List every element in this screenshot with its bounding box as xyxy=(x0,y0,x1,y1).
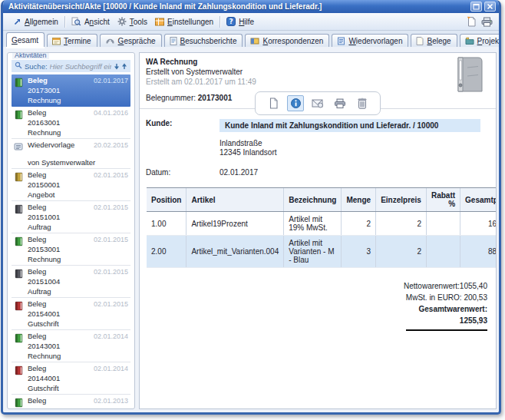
activity-item[interactable]: Wiedervorlage20.02.2015von Systemverwalt… xyxy=(12,139,130,169)
activity-date: 02.01.2014 xyxy=(94,332,128,340)
activity-list: Beleg02.01.201720173001RechnungBeleg04.0… xyxy=(12,74,130,409)
column-header[interactable]: Menge xyxy=(342,188,376,212)
activity-item[interactable]: Beleg02.01.201520153001Rechnung xyxy=(12,233,130,266)
activity-item[interactable]: Beleg02.01.201520151004Auftrag xyxy=(12,266,130,298)
customer-label: Kunde: xyxy=(144,119,219,127)
app-window: Aktivitätenübersicht/Akte [10000 / Kunde… xyxy=(1,0,501,415)
activity-item[interactable]: Beleg02.01.201520154001Gutschrift xyxy=(12,298,130,330)
activity-item[interactable]: Beleg02.01.201520151001Auftrag xyxy=(12,201,130,233)
search-input[interactable]: Hier Suchbegriff eingeben ... xyxy=(50,62,111,71)
arrow-down-button[interactable] xyxy=(114,63,120,70)
book-icon xyxy=(14,204,23,214)
menu-label: Allgemein xyxy=(25,18,58,26)
menu-allgemein[interactable]: Allgemein xyxy=(9,16,62,28)
tab-label: Projekte xyxy=(477,37,501,45)
activity-date: 02.01.2013 xyxy=(94,397,128,405)
activity-item[interactable]: Beleg02.01.201420144001Gutschrift xyxy=(12,362,130,395)
activity-item[interactable]: Beleg02.01.201420143001Rechnung xyxy=(12,330,130,362)
tab-belege[interactable]: Belege xyxy=(411,34,457,47)
search-label: Suche: xyxy=(25,62,48,71)
total-line: Nettowarenwert:1055,40 xyxy=(140,280,487,292)
note-icon xyxy=(416,37,424,45)
tab-gespräche[interactable]: Gespräche xyxy=(100,34,162,47)
close-icon xyxy=(487,3,493,10)
new-document-button[interactable] xyxy=(467,16,477,27)
activity-doc-type: Gutschrift xyxy=(28,320,128,328)
cell: 2 xyxy=(342,212,376,236)
book-icon xyxy=(14,78,23,88)
magnifier-doc-icon xyxy=(71,17,81,26)
column-header[interactable]: Rabatt % xyxy=(426,188,460,212)
restore-button[interactable] xyxy=(470,2,482,12)
activity-date: 02.01.2015 xyxy=(94,268,128,276)
menu-tools[interactable]: Tools xyxy=(114,15,151,28)
tab-besuchsberichte[interactable]: Besuchsberichte xyxy=(164,34,243,47)
activity-item[interactable]: Beleg02.01.201520150001Angebot xyxy=(12,169,130,201)
customer-address: Inlandstraße12345 Inlandsort xyxy=(219,139,490,157)
column-header[interactable]: Einzelpreis xyxy=(376,188,427,212)
spacer xyxy=(28,149,128,157)
tab-bar: GesamtTermineGesprächeBesuchsberichteKor… xyxy=(3,31,499,47)
activities-group-label: Aktivitäten xyxy=(12,52,49,59)
activity-date: 04.01.2016 xyxy=(94,109,128,117)
activity-doc-type: Rechnung xyxy=(28,256,128,263)
arrow-up-icon xyxy=(121,63,127,70)
menu-separator xyxy=(219,16,220,28)
beleg-number-label: Belegnummer: xyxy=(146,94,196,102)
tab-projekte[interactable]: Projekte xyxy=(460,34,501,47)
customer-value[interactable]: Kunde Inland mit Zahlungskondition und L… xyxy=(219,119,480,132)
tab-label: Korrespondenzen xyxy=(262,37,323,45)
menu-separator xyxy=(64,16,65,28)
activity-number: 20163001 xyxy=(28,119,128,127)
activity-date: 02.01.2015 xyxy=(94,203,128,211)
activity-search[interactable]: Suche: Hier Suchbegriff eingeben ... xyxy=(12,60,130,72)
activity-item[interactable]: Beleg04.01.201620163001Rechnung xyxy=(12,107,130,139)
print-button[interactable] xyxy=(332,95,348,111)
page-button[interactable] xyxy=(265,95,282,111)
svg-text:?: ? xyxy=(229,18,233,25)
activity-item[interactable]: Beleg02.01.201720173001Rechnung xyxy=(12,74,130,107)
activity-number: 20133001 xyxy=(28,407,128,409)
cell: Artikel_mit_Varianten.004 xyxy=(186,236,284,268)
tab-label: Termine xyxy=(64,37,91,45)
tab-label: Besuchsberichte xyxy=(180,37,237,45)
menu-einstellungen[interactable]: Einstellungen xyxy=(151,16,217,28)
column-header[interactable]: Position xyxy=(147,188,186,212)
menu-ansicht[interactable]: Ansicht xyxy=(68,15,114,28)
totals-block: Nettowarenwert:1055,40MwSt. in EURO: 200… xyxy=(140,280,487,331)
cell: 2.00 xyxy=(147,236,186,268)
book-icon xyxy=(14,333,23,343)
tab-korrespondenzen[interactable]: Korrespondenzen xyxy=(245,34,329,47)
column-header[interactable]: Bezeichnung xyxy=(284,188,342,212)
cell xyxy=(426,236,460,268)
info-button[interactable] xyxy=(287,95,304,111)
activity-item[interactable]: Beleg02.01.201320133001Rechnung xyxy=(12,395,130,409)
column-header[interactable]: Gesamtpreis xyxy=(460,188,497,212)
titlebar[interactable]: Aktivitätenübersicht/Akte [10000 / Kunde… xyxy=(3,0,499,13)
book-icon xyxy=(14,172,23,182)
activity-doc-type: Rechnung xyxy=(28,352,128,360)
close-button[interactable] xyxy=(484,2,496,12)
mail-button[interactable] xyxy=(309,95,326,111)
phone-icon xyxy=(105,37,115,45)
menu-hilfe[interactable]: ?Hilfe xyxy=(223,15,258,28)
tab-gesamt[interactable]: Gesamt xyxy=(6,32,45,47)
column-header[interactable]: Artikel xyxy=(186,188,284,212)
cell: 168,04 xyxy=(460,212,497,236)
table-row[interactable]: 1.00Artikel19ProzentArtikel mit 19% MwSt… xyxy=(147,212,497,236)
restore-icon xyxy=(473,3,480,10)
tab-termine[interactable]: Termine xyxy=(47,34,97,47)
printer-button[interactable] xyxy=(481,17,493,27)
tab-wiedervorlagen[interactable]: Wiedervorlagen xyxy=(332,34,408,47)
activity-date: 02.01.2015 xyxy=(94,236,128,243)
activity-number: 20173001 xyxy=(28,87,128,94)
calendar-icon xyxy=(52,37,61,45)
activity-doc-type: Gutschrift xyxy=(28,385,128,392)
book-icon xyxy=(14,236,23,246)
table-row[interactable]: 2.00Artikel_mit_Varianten.004Artikel mit… xyxy=(147,236,497,268)
arrow-up-button[interactable] xyxy=(121,63,127,70)
activity-title: Beleg xyxy=(28,77,48,84)
arrow-down-icon xyxy=(114,63,120,70)
trash-button[interactable] xyxy=(354,95,371,111)
activity-date: 20.02.2015 xyxy=(94,141,128,149)
